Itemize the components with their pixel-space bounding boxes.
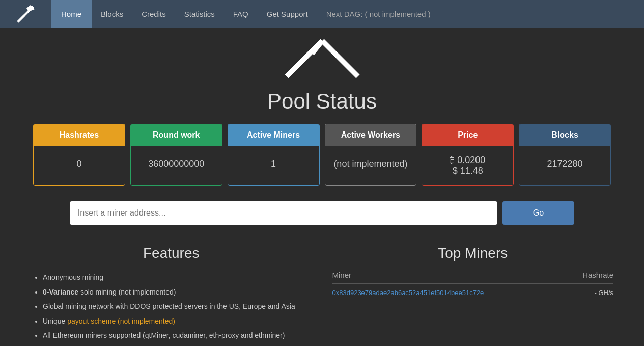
stat-card-activeminers: Active Miners 1 bbox=[228, 124, 320, 186]
search-row: Go bbox=[0, 201, 644, 225]
activeminers-value: 1 bbox=[228, 146, 319, 181]
list-item: Global mining network with DDOS protecte… bbox=[43, 300, 312, 313]
price-usd: $ 11.48 bbox=[453, 166, 483, 176]
support-link[interactable]: Get Support bbox=[258, 0, 317, 28]
activeworkers-header: Active Workers bbox=[325, 124, 416, 146]
bottom-section: Features Anonymous mining 0-Variance sol… bbox=[0, 245, 644, 346]
roundwork-value: 36000000000 bbox=[131, 146, 222, 181]
miner-address: 0x83d923e79adae2ab6ac52a451ef5014bee51c7… bbox=[332, 289, 484, 297]
miner-address-cell: 0x83d923e79adae2ab6ac52a451ef5014bee51c7… bbox=[332, 284, 566, 302]
features-title: Features bbox=[31, 245, 312, 261]
activeminers-header: Active Miners bbox=[228, 124, 319, 146]
navigation: Home Blocks Credits Statistics FAQ Get S… bbox=[0, 0, 644, 28]
stat-card-blocks: Blocks 2172280 bbox=[519, 124, 611, 186]
table-header-row: Miner Hashrate bbox=[332, 271, 614, 284]
dag-text: Next DAG: ( not implemented ) bbox=[317, 10, 440, 18]
top-miners-title: Top Miners bbox=[332, 245, 614, 261]
activeworkers-value: (not implemented) bbox=[325, 146, 416, 181]
logo-area bbox=[0, 28, 644, 84]
nav-links: Blocks Credits Statistics FAQ Get Suppor… bbox=[92, 0, 440, 28]
price-btc: ₿ 0.0200 bbox=[450, 155, 485, 166]
price-value: ₿ 0.0200 $ 11.48 bbox=[422, 146, 513, 185]
hashrate-col-header: Hashrate bbox=[566, 271, 613, 284]
hashrates-value: 0 bbox=[34, 146, 125, 181]
price-header: Price bbox=[422, 124, 513, 146]
logo-large-icon bbox=[282, 38, 363, 79]
blocks-header: Blocks bbox=[519, 124, 610, 146]
roundwork-header: Round work bbox=[131, 124, 222, 146]
payout-link[interactable]: payout scheme (not implemented) bbox=[67, 317, 175, 325]
pickaxe-icon bbox=[15, 4, 36, 24]
stat-card-price: Price ₿ 0.0200 $ 11.48 bbox=[422, 124, 514, 186]
stats-row: Hashrates 0 Round work 36000000000 Activ… bbox=[0, 124, 644, 186]
table-row: 0x83d923e79adae2ab6ac52a451ef5014bee51c7… bbox=[332, 284, 614, 302]
svg-line-1 bbox=[18, 15, 24, 22]
list-item: Anonymous mining bbox=[43, 271, 312, 284]
miners-table-body: 0x83d923e79adae2ab6ac52a451ef5014bee51c7… bbox=[332, 284, 614, 302]
nav-home[interactable]: Home bbox=[51, 0, 92, 28]
miner-hashrate-cell: - GH/s bbox=[566, 284, 613, 302]
miners-table: Miner Hashrate 0x83d923e79adae2ab6ac52a4… bbox=[332, 271, 614, 302]
go-button[interactable]: Go bbox=[502, 201, 574, 225]
blocks-value: 2172280 bbox=[519, 146, 610, 181]
miners-table-head: Miner Hashrate bbox=[332, 271, 614, 284]
page-title: Pool Status bbox=[0, 89, 644, 114]
features-section: Features Anonymous mining 0-Variance sol… bbox=[31, 245, 312, 346]
list-item: Unique payout scheme (not implemented) bbox=[43, 314, 312, 328]
miner-col-header: Miner bbox=[332, 271, 566, 284]
blocks-link[interactable]: Blocks bbox=[92, 0, 132, 28]
top-miners-section: Top Miners Miner Hashrate 0x83d923e79ada… bbox=[332, 245, 614, 346]
faq-link[interactable]: FAQ bbox=[224, 0, 258, 28]
stat-card-activeworkers: Active Workers (not implemented) bbox=[325, 124, 417, 186]
home-link[interactable]: Home bbox=[61, 10, 81, 18]
nav-logo bbox=[0, 0, 51, 28]
credits-link[interactable]: Credits bbox=[132, 0, 175, 28]
list-item: All Ethereum miners supported (qtMiner, … bbox=[43, 329, 312, 342]
svg-line-4 bbox=[322, 41, 358, 76]
list-item: 0-Variance solo mining (not implemented) bbox=[43, 285, 312, 299]
stat-card-roundwork: Round work 36000000000 bbox=[130, 124, 222, 186]
miner-address-input[interactable] bbox=[70, 201, 497, 225]
stat-card-hashrates: Hashrates 0 bbox=[33, 124, 125, 186]
statistics-link[interactable]: Statistics bbox=[175, 0, 224, 28]
bold-text: 0-Variance bbox=[43, 288, 78, 296]
features-list: Anonymous mining 0-Variance solo mining … bbox=[31, 271, 312, 346]
hashrates-header: Hashrates bbox=[34, 124, 125, 146]
list-item: Full stratum support bbox=[43, 343, 312, 346]
